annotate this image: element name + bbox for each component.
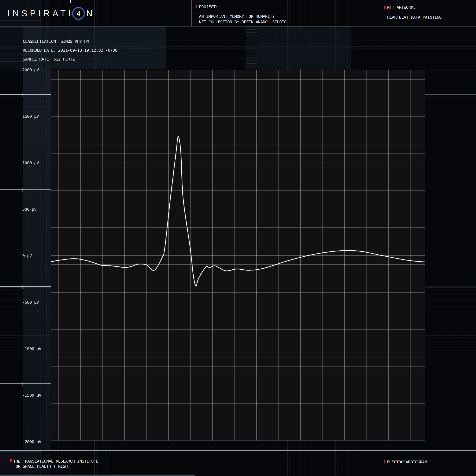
left-margin-tick-line [0, 94, 51, 95]
artwork-label-row: NFT ARTWORK: [384, 5, 415, 10]
red-marker-icon [384, 460, 385, 463]
logo-circled-digit: 4 [77, 10, 80, 17]
red-marker-icon [384, 6, 386, 9]
y-axis-tick-label: 0 μV [22, 253, 32, 258]
project-label-row: PROJECT: [196, 4, 218, 9]
recorded-date-text: RECORDED DATE: 2021-09-18 19:12:02 -0700 [23, 48, 117, 53]
logo-circled-4-icon: 4 [72, 7, 85, 20]
tick-cross-marker [22, 382, 23, 386]
footer-separator-2 [381, 451, 381, 476]
top-middle-panel [257, 26, 351, 70]
tick-cross-marker [22, 93, 23, 97]
right-margin-tick-line [425, 190, 476, 190]
trish-line-2: FOR SPACE HEALTH (TRISH) [13, 464, 70, 469]
y-axis-tick-label: 2000 μV [22, 67, 39, 72]
y-axis-tick-label: 500 μV [22, 207, 36, 212]
header-separator-1 [191, 0, 191, 26]
nft-artwork-canvas: INSPIRATI 4 N PROJECT: AN IMPORTANT MEMO… [0, 0, 476, 476]
right-margin-tick-line [425, 287, 476, 287]
classification-text: CLASSIFICATION: SINUS RHYTHM [23, 39, 89, 44]
y-axis-tick-label: -500 μV [22, 300, 39, 305]
inspiration4-logo: INSPIRATI 4 N [7, 7, 95, 20]
ecg-chart-area [51, 70, 425, 441]
mid-vertical-accent [246, 26, 246, 70]
left-margin-tick-line [0, 383, 51, 384]
y-axis-tick-label: 1500 μV [22, 114, 39, 119]
artwork-label: NFT ARTWORK: [387, 5, 415, 10]
header-divider-line [0, 26, 476, 26]
project-label: PROJECT: [199, 4, 218, 9]
y-axis-tick-label: -2000 μV [22, 439, 41, 444]
logo-text-prefix: INSPIRATI [7, 8, 73, 18]
left-margin-tick-line [0, 286, 51, 287]
top-edge-notch [70, 0, 71, 3]
right-margin-tick-line [425, 94, 476, 95]
y-axis-tick-label: -1000 μV [22, 346, 41, 351]
footer-divider-line [0, 450, 476, 451]
info-panel-background [23, 26, 166, 68]
tick-cross-marker [22, 188, 23, 192]
artwork-section: NFT ARTWORK: HEARTBEAT DATA PAINTING [384, 5, 415, 10]
left-margin-tick-line [0, 189, 51, 190]
project-line-2: NFT COLLECTION BY REFIK ANADOL STUDIO [199, 19, 286, 24]
y-axis-tick-label: 1000 μV [22, 160, 39, 165]
y-axis-tick-label: -1500 μV [22, 393, 41, 398]
logo-text-suffix: N [86, 8, 95, 18]
header-separator-3 [381, 0, 381, 26]
artwork-name: HEARTBEAT DATA PAINTING [387, 15, 442, 20]
fine-grid-top-middle [246, 26, 257, 70]
ecg-waveform [51, 136, 425, 286]
ecg-trace-svg [51, 70, 425, 441]
sample-rate-text: SAMPLE RATE: 512 HERTZ [23, 57, 75, 62]
footer-separator-1 [95, 451, 95, 476]
red-marker-icon [10, 459, 12, 462]
tick-cross-marker [22, 285, 23, 289]
electrocardiogram-label: ELECTROCARDIOGRAM [387, 459, 427, 464]
project-section: PROJECT: AN IMPORTANT MEMORY FOR HUMANIT… [196, 4, 218, 9]
trish-line-1: THE TRANSLATIONAL RESEARCH INSTITUTE [13, 459, 98, 464]
bottom-edge-band [0, 475, 195, 476]
red-marker-icon [196, 5, 197, 8]
right-margin-tick-line [425, 384, 476, 384]
project-line-1: AN IMPORTANT MEMORY FOR HUMANITY [199, 14, 274, 19]
